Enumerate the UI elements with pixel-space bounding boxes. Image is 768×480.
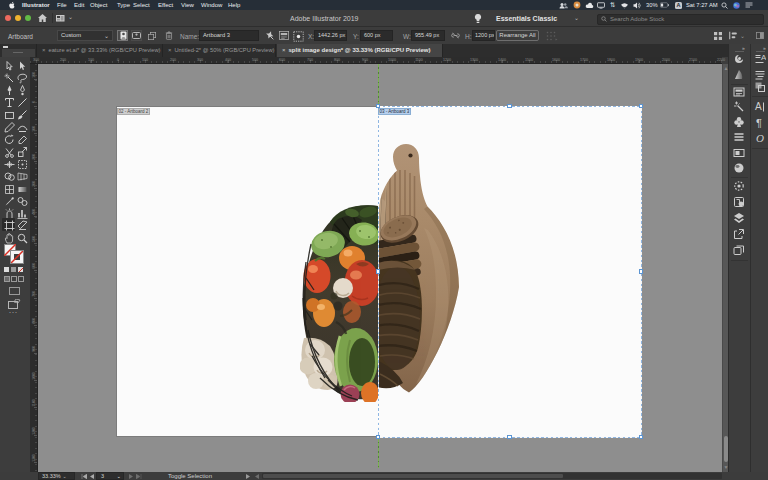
svg-text:¶: ¶ [756, 117, 762, 129]
svg-text:A: A [761, 53, 766, 62]
svg-text:O: O [756, 132, 764, 144]
svg-text:A: A [755, 101, 762, 112]
